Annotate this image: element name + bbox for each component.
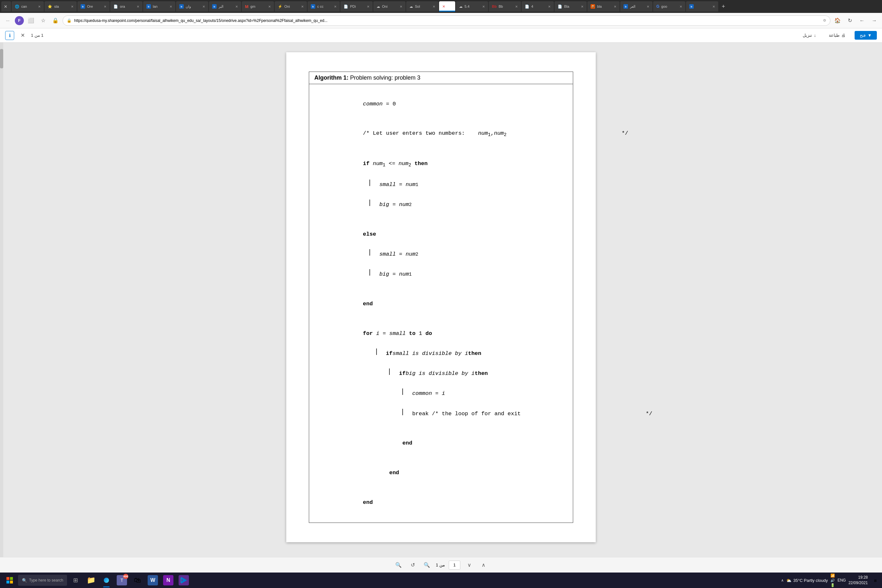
tab-can[interactable]: 🌐 can ✕ bbox=[12, 1, 44, 12]
favorites-button[interactable]: ☆ bbox=[38, 15, 48, 26]
weather-widget[interactable]: ⛅ 35°C Partly cloudy bbox=[786, 578, 828, 583]
tab-wan[interactable]: b وان ✕ bbox=[176, 1, 208, 12]
open-file-button[interactable]: ▼ فتح bbox=[855, 31, 877, 40]
search-pdf-button[interactable]: 🔍 bbox=[393, 560, 404, 570]
zoom-out-button[interactable]: 🔍 bbox=[422, 560, 432, 570]
tab-close-icon[interactable]: ✕ bbox=[712, 5, 715, 8]
tab-close-icon[interactable]: ✕ bbox=[680, 5, 682, 8]
tab-close-icon[interactable]: ✕ bbox=[400, 5, 402, 8]
tab-icon: ✕ bbox=[442, 4, 445, 9]
tab-bla[interactable]: 📄 Bla ✕ bbox=[555, 1, 587, 12]
tab-oni[interactable]: ⚡ Oni ✕ bbox=[274, 1, 307, 12]
tab-icon: 📦 bbox=[591, 4, 595, 9]
vscode-taskbar-button[interactable] bbox=[177, 573, 191, 587]
tab-close-icon[interactable]: ✕ bbox=[482, 5, 485, 8]
tab-sta[interactable]: ⭐ sta ✕ bbox=[45, 1, 77, 12]
tab-gmail[interactable]: M gm ✕ bbox=[242, 1, 274, 12]
task-view-button[interactable]: ⊞ bbox=[68, 573, 82, 587]
tab-bla2[interactable]: 📦 bla ✕ bbox=[587, 1, 620, 12]
forward-nav-button[interactable]: → bbox=[869, 15, 879, 26]
tab-ore[interactable]: b Ore ✕ bbox=[77, 1, 110, 12]
tab-close-icon[interactable]: ✕ bbox=[334, 5, 336, 8]
tab-sol[interactable]: ☁ Sol ✕ bbox=[406, 1, 438, 12]
onenote-taskbar-button[interactable]: N bbox=[161, 573, 176, 587]
tab-active-pdf[interactable]: ✕ bbox=[439, 1, 455, 12]
edge-taskbar-button[interactable] bbox=[99, 573, 114, 587]
tab-close-icon[interactable]: ✕ bbox=[581, 5, 584, 8]
tab-close-icon[interactable]: ✕ bbox=[268, 5, 271, 8]
profile-avatar[interactable]: F bbox=[15, 16, 24, 25]
show-desktop-button[interactable]: 🖥 bbox=[870, 573, 879, 587]
tab-close-icon[interactable]: ✕ bbox=[170, 5, 172, 8]
page-number-input[interactable] bbox=[449, 561, 460, 570]
tab-bb[interactable]: Bb Bb ✕ bbox=[489, 1, 521, 12]
lock-icon: ⚙ bbox=[823, 18, 826, 22]
print-button[interactable]: 🖨 طباعة bbox=[825, 32, 849, 39]
svg-rect-3 bbox=[10, 580, 13, 584]
tab-close-icon[interactable]: ✕ bbox=[202, 5, 205, 8]
teams-taskbar-button[interactable]: T 406 bbox=[115, 573, 129, 587]
edge-icon bbox=[104, 578, 109, 583]
tab-ora[interactable]: 📄 ora ✕ bbox=[110, 1, 142, 12]
desktop-icon: 🖥 bbox=[873, 579, 877, 582]
tab-close-icon[interactable]: ✕ bbox=[301, 5, 304, 8]
tab-4[interactable]: 📄 4 ✕ bbox=[522, 1, 554, 12]
tab-close-icon[interactable]: ✕ bbox=[136, 5, 139, 8]
tab-lan[interactable]: b lan ✕ bbox=[143, 1, 176, 12]
tab-close-icon[interactable]: ✕ bbox=[515, 5, 518, 8]
address-bar: 🔒 ⚙ bbox=[63, 15, 830, 26]
back-button[interactable]: 🔒 bbox=[50, 15, 61, 26]
add-tab-button[interactable]: + bbox=[719, 2, 728, 11]
tab-close-btn[interactable]: ✕ bbox=[1, 1, 11, 12]
next-page-button[interactable]: ∧ bbox=[478, 560, 489, 570]
windows-start-button[interactable] bbox=[3, 573, 17, 587]
chevron-down-icon: ∨ bbox=[467, 562, 471, 568]
tab-pdi[interactable]: 📄 PDi ✕ bbox=[340, 1, 373, 12]
pdf-viewer-area: Algorithm 1: Problem solving: problem 3 … bbox=[0, 42, 882, 557]
star-icon: ☆ bbox=[41, 17, 45, 24]
up-arrow-icon[interactable]: ∧ bbox=[781, 578, 784, 582]
menu-button[interactable]: ··· bbox=[3, 15, 13, 26]
tab-close-icon[interactable]: ✕ bbox=[646, 5, 649, 8]
tab-label: bla bbox=[597, 4, 602, 8]
chevron-up-icon: ∧ bbox=[482, 562, 486, 568]
store-taskbar-button[interactable]: 🛍 bbox=[130, 573, 144, 587]
tab-icon: 🌐 bbox=[15, 4, 20, 9]
refresh-button[interactable]: ↻ bbox=[844, 15, 855, 26]
back-icon: 🔒 bbox=[52, 17, 58, 24]
tab-54[interactable]: ☁ 5.4 ✕ bbox=[456, 1, 488, 12]
tab-albar[interactable]: b البر ✕ bbox=[209, 1, 241, 12]
tab-google[interactable]: G goo ✕ bbox=[653, 1, 686, 12]
clock-widget[interactable]: 19:28 22/09/2021 bbox=[849, 575, 868, 586]
browser-tab-bar: ✕ 🌐 can ✕ ⭐ sta ✕ b Ore ✕ 📄 ora ✕ b lan … bbox=[0, 0, 882, 13]
file-explorer-button[interactable]: 📁 bbox=[84, 573, 98, 587]
tab-arabic[interactable]: b العر ✕ bbox=[620, 1, 652, 12]
tab-label: البر bbox=[219, 4, 224, 9]
tab-oni2[interactable]: ☁ Oni ✕ bbox=[373, 1, 405, 12]
back-nav-button[interactable]: ← bbox=[857, 15, 867, 26]
tab-icon: ☁ bbox=[376, 4, 380, 9]
pdf-page-info: 1 من 1 bbox=[31, 33, 44, 38]
tab-close-icon[interactable]: ✕ bbox=[38, 5, 40, 8]
tab-close-icon[interactable]: ✕ bbox=[104, 5, 106, 8]
download-button[interactable]: ↓ تنزيل bbox=[799, 32, 820, 39]
tab-close-icon[interactable]: ✕ bbox=[71, 5, 74, 8]
tab-management-button[interactable]: ⬜ bbox=[26, 15, 36, 26]
windows-search-button[interactable]: 🔍 Type here to search bbox=[18, 575, 67, 586]
rotate-button[interactable]: ↺ bbox=[408, 560, 418, 570]
prev-page-button[interactable]: ∨ bbox=[464, 560, 474, 570]
tab-close-icon[interactable]: ✕ bbox=[236, 5, 238, 8]
pdf-close-button[interactable]: ✕ bbox=[18, 31, 27, 40]
tab-close-icon[interactable]: ✕ bbox=[614, 5, 616, 8]
tab-close-icon[interactable]: ✕ bbox=[433, 5, 435, 8]
tab-b[interactable]: b ✕ bbox=[686, 1, 718, 12]
home-button[interactable]: 🏠 bbox=[832, 15, 843, 26]
tab-close-icon[interactable]: ✕ bbox=[548, 5, 550, 8]
scroll-thumb[interactable] bbox=[0, 49, 3, 68]
pdf-info-button[interactable]: ℹ bbox=[5, 31, 14, 40]
word-taskbar-button[interactable]: W bbox=[146, 573, 160, 587]
tab-ccc[interactable]: b c cc ✕ bbox=[308, 1, 340, 12]
tab-close-icon[interactable]: ✕ bbox=[367, 5, 369, 8]
url-input[interactable] bbox=[74, 18, 820, 23]
tab-icon: ⚡ bbox=[278, 4, 282, 9]
